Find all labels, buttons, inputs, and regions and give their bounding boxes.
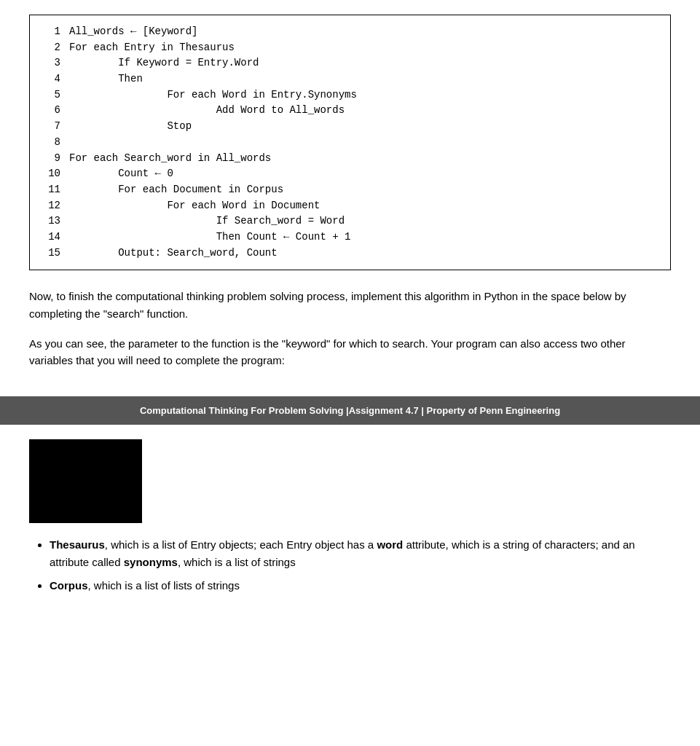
algo-line-code: Stop — [69, 119, 658, 135]
thesaurus-text: , which is a list of Entry objects; each… — [105, 538, 377, 551]
algo-line-code: Count ← 0 — [69, 166, 658, 182]
algo-row: 3 If Keyword = Entry.Word — [42, 55, 658, 71]
algo-row: 13 If Search_word = Word — [42, 213, 658, 229]
footer-text: Computational Thinking For Problem Solvi… — [140, 405, 560, 416]
algorithm-table: 1All_words ← [Keyword]2For each Entry in… — [42, 24, 658, 261]
algo-line-code: For each Search_word in All_words — [69, 151, 658, 167]
algo-row: 15 Output: Search_word, Count — [42, 246, 658, 262]
algo-row: 2For each Entry in Thesaurus — [42, 40, 658, 56]
page-content: 1All_words ← [Keyword]2For each Entry in… — [0, 0, 700, 396]
algo-line-code: If Keyword = Entry.Word — [69, 55, 658, 71]
algo-line-code: All_words ← [Keyword] — [69, 24, 658, 40]
algo-line-number: 4 — [42, 71, 69, 87]
list-item-corpus: Corpus, which is a list of lists of stri… — [50, 577, 671, 594]
algo-line-code: For each Document in Corpus — [69, 182, 658, 198]
word-bold: word — [377, 538, 403, 551]
corpus-bold: Corpus — [50, 579, 88, 592]
synonyms-bold: synonyms — [124, 556, 178, 568]
algo-line-code: For each Word in Entry.Synonyms — [69, 87, 658, 103]
algo-row: 6 Add Word to All_words — [42, 103, 658, 119]
algo-line-code: Add Word to All_words — [69, 103, 658, 119]
algo-line-number: 3 — [42, 55, 69, 71]
algo-row: 14 Then Count ← Count + 1 — [42, 229, 658, 246]
algo-line-number: 15 — [42, 246, 69, 262]
algo-line-number: 6 — [42, 103, 69, 119]
algo-line-code: For each Word in Document — [69, 198, 658, 214]
algo-line-number: 9 — [42, 151, 69, 167]
variables-list: Thesaurus, which is a list of Entry obje… — [29, 536, 671, 594]
bottom-section: Thesaurus, which is a list of Entry obje… — [0, 425, 700, 615]
algo-line-number: 7 — [42, 119, 69, 135]
algo-row: 12 For each Word in Document — [42, 198, 658, 214]
algo-line-number: 14 — [42, 229, 69, 246]
algo-line-number: 12 — [42, 198, 69, 214]
algo-line-number: 2 — [42, 40, 69, 56]
corpus-text: , which is a list of lists of strings — [88, 579, 240, 592]
algorithm-box: 1All_words ← [Keyword]2For each Entry in… — [29, 15, 671, 270]
algo-line-code: Then Count ← Count + 1 — [69, 229, 658, 246]
algo-row: 7 Stop — [42, 119, 658, 135]
algo-line-code: For each Entry in Thesaurus — [69, 40, 658, 56]
list-item-thesaurus: Thesaurus, which is a list of Entry obje… — [50, 536, 671, 571]
algo-line-number: 13 — [42, 213, 69, 229]
algo-line-code: Then — [69, 71, 658, 87]
thesaurus-text-3: , which is a list of strings — [178, 556, 296, 568]
description-paragraph-1: Now, to finish the computational thinkin… — [29, 288, 671, 322]
thesaurus-bold: Thesaurus — [50, 538, 105, 551]
algo-line-number: 1 — [42, 24, 69, 40]
algo-row: 4 Then — [42, 71, 658, 87]
algo-line-code — [69, 135, 658, 151]
description-paragraph-2: As you can see, the parameter to the fun… — [29, 335, 671, 369]
footer-bar: Computational Thinking For Problem Solvi… — [0, 396, 700, 425]
algo-row: 1All_words ← [Keyword] — [42, 24, 658, 40]
algo-row: 8 — [42, 135, 658, 151]
algo-line-number: 10 — [42, 166, 69, 182]
algo-line-number: 11 — [42, 182, 69, 198]
video-thumbnail — [29, 439, 142, 523]
algo-row: 11 For each Document in Corpus — [42, 182, 658, 198]
algo-line-number: 8 — [42, 135, 69, 151]
algo-row: 9For each Search_word in All_words — [42, 151, 658, 167]
algo-line-code: Output: Search_word, Count — [69, 246, 658, 262]
algo-line-code: If Search_word = Word — [69, 213, 658, 229]
algo-line-number: 5 — [42, 87, 69, 103]
algo-row: 5 For each Word in Entry.Synonyms — [42, 87, 658, 103]
algo-row: 10 Count ← 0 — [42, 166, 658, 182]
